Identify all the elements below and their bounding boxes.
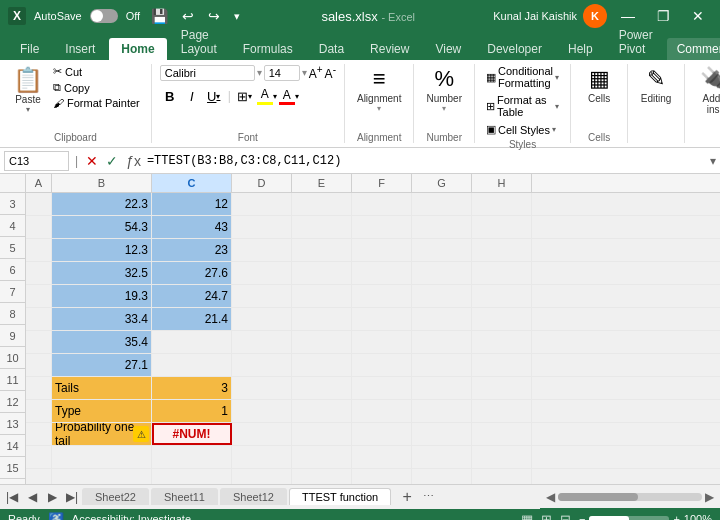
col-header-e[interactable]: E (292, 174, 352, 192)
cell-c8[interactable]: 21.4 (152, 308, 232, 330)
sheet-tab-sheet11[interactable]: Sheet11 (151, 488, 218, 505)
cell-c12[interactable]: 1 (152, 400, 232, 422)
col-header-b[interactable]: B (52, 174, 152, 192)
row-header-15[interactable]: 15 (0, 457, 25, 479)
cell-d14[interactable] (232, 446, 292, 468)
cell-f3[interactable] (352, 193, 412, 215)
zoom-level[interactable]: 100% (684, 513, 712, 520)
row-header-12[interactable]: 12 (0, 391, 25, 413)
cell-b6[interactable]: 32.5 (52, 262, 152, 284)
cell-e14[interactable] (292, 446, 352, 468)
row-header-13[interactable]: 13 (0, 413, 25, 435)
cell-d3[interactable] (232, 193, 292, 215)
row-header-10[interactable]: 10 (0, 347, 25, 369)
name-box[interactable]: C13 (4, 151, 69, 171)
cell-c6[interactable]: 27.6 (152, 262, 232, 284)
cell-b12[interactable]: Type (52, 400, 152, 422)
cell-g8[interactable] (412, 308, 472, 330)
cell-h8[interactable] (472, 308, 532, 330)
cell-c13[interactable]: #NUM! (152, 423, 232, 445)
cell-a13[interactable] (26, 423, 52, 445)
cell-c14[interactable] (152, 446, 232, 468)
cell-g11[interactable] (412, 377, 472, 399)
save-icon[interactable]: 💾 (148, 6, 171, 26)
cell-g12[interactable] (412, 400, 472, 422)
cell-e8[interactable] (292, 308, 352, 330)
cell-h4[interactable] (472, 216, 532, 238)
cell-g6[interactable] (412, 262, 472, 284)
cell-b13[interactable]: Probability one tail ⚠ (52, 423, 152, 445)
hscroll-left-button[interactable]: ◀ (546, 490, 555, 504)
font-size-selector[interactable]: 14 (264, 65, 300, 81)
zoom-slider[interactable] (589, 516, 669, 520)
tab-pagelayout[interactable]: Page Layout (169, 24, 229, 60)
alignment-button[interactable]: ≡ Alignment ▾ (353, 64, 405, 115)
cell-d5[interactable] (232, 239, 292, 261)
cell-b14[interactable] (52, 446, 152, 468)
row-header-11[interactable]: 11 (0, 369, 25, 391)
more-qa-icon[interactable]: ▾ (231, 8, 243, 25)
underline-button[interactable]: U▾ (204, 86, 224, 106)
row-header-6[interactable]: 6 (0, 259, 25, 281)
tab-insert[interactable]: Insert (53, 38, 107, 60)
cell-e12[interactable] (292, 400, 352, 422)
cell-f9[interactable] (352, 331, 412, 353)
cell-h7[interactable] (472, 285, 532, 307)
cell-b3[interactable]: 22.3 (52, 193, 152, 215)
view-page-icon[interactable]: ⊟ (560, 512, 571, 521)
sheet-tab-sheet12[interactable]: Sheet12 (220, 488, 287, 505)
cell-d6[interactable] (232, 262, 292, 284)
borders-button[interactable]: ⊞▾ (235, 86, 255, 106)
cell-a11[interactable] (26, 377, 52, 399)
cell-e9[interactable] (292, 331, 352, 353)
cell-c9[interactable] (152, 331, 232, 353)
tab-home[interactable]: Home (109, 38, 166, 60)
close-button[interactable]: ✕ (684, 0, 712, 32)
row-header-3[interactable]: 3 (0, 193, 25, 215)
cell-f15[interactable] (352, 469, 412, 484)
col-header-a[interactable]: A (26, 174, 52, 192)
cell-f13[interactable] (352, 423, 412, 445)
cell-h15[interactable] (472, 469, 532, 484)
cell-c15[interactable] (152, 469, 232, 484)
cell-b11[interactable]: Tails (52, 377, 152, 399)
cell-f7[interactable] (352, 285, 412, 307)
sheet-nav-next[interactable]: ▶ (42, 487, 62, 507)
cell-e6[interactable] (292, 262, 352, 284)
cell-b9[interactable]: 35.4 (52, 331, 152, 353)
cell-d8[interactable] (232, 308, 292, 330)
row-header-14[interactable]: 14 (0, 435, 25, 457)
cell-a7[interactable] (26, 285, 52, 307)
hscroll-right-button[interactable]: ▶ (705, 490, 714, 504)
cell-a3[interactable] (26, 193, 52, 215)
fill-color-button[interactable]: A ▾ (257, 86, 277, 106)
view-layout-icon[interactable]: ⊞ (541, 512, 552, 521)
cell-h14[interactable] (472, 446, 532, 468)
format-painter-button[interactable]: 🖌Format Painter (50, 96, 143, 110)
cell-a10[interactable] (26, 354, 52, 376)
col-header-g[interactable]: G (412, 174, 472, 192)
cell-h3[interactable] (472, 193, 532, 215)
cell-a14[interactable] (26, 446, 52, 468)
cell-h10[interactable] (472, 354, 532, 376)
autosave-toggle[interactable] (90, 9, 118, 23)
cell-g10[interactable] (412, 354, 472, 376)
cell-f14[interactable] (352, 446, 412, 468)
tab-file[interactable]: File (8, 38, 51, 60)
col-header-c[interactable]: C (152, 174, 232, 192)
number-button[interactable]: % Number ▾ (422, 64, 466, 115)
tab-view[interactable]: View (423, 38, 473, 60)
cell-b10[interactable]: 27.1 (52, 354, 152, 376)
cell-d9[interactable] (232, 331, 292, 353)
cell-f12[interactable] (352, 400, 412, 422)
add-sheet-button[interactable]: + (397, 487, 417, 507)
cell-g5[interactable] (412, 239, 472, 261)
insert-function-icon[interactable]: ƒx (124, 153, 143, 169)
zoom-out-icon[interactable]: − (579, 513, 585, 520)
cell-e13[interactable] (292, 423, 352, 445)
formula-input[interactable] (147, 154, 706, 168)
cell-c7[interactable]: 24.7 (152, 285, 232, 307)
cell-f6[interactable] (352, 262, 412, 284)
confirm-icon[interactable]: ✓ (104, 153, 120, 169)
cell-h11[interactable] (472, 377, 532, 399)
